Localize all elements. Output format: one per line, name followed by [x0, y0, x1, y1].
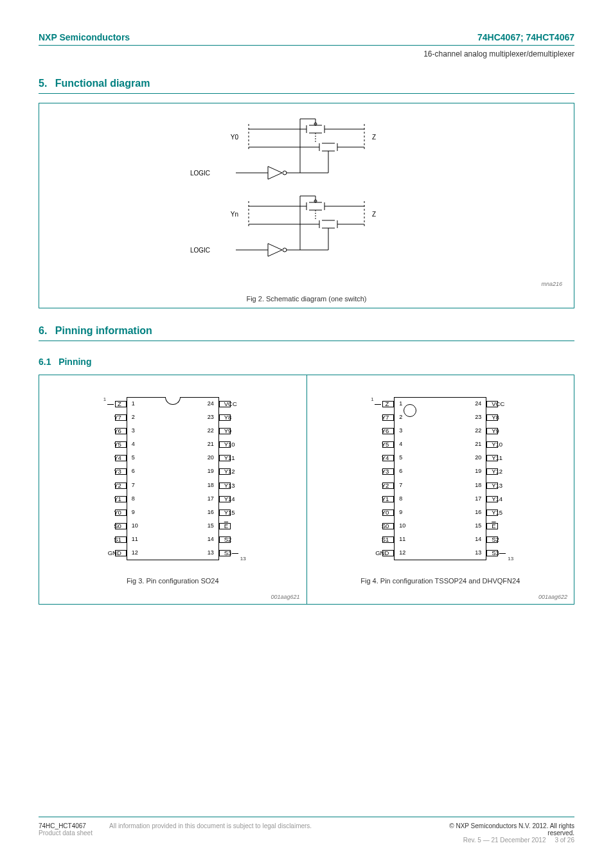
figure-4-caption: Fig 4. Pin configuration TSSOP24 and DHV…	[307, 577, 574, 585]
label-logic-top: LOGIC	[190, 170, 210, 177]
figure-4-label: Fig 4.	[360, 577, 378, 585]
footer-right: © NXP Semiconductors N.V. 2012. All righ…	[433, 822, 574, 844]
pin-label: Y8	[224, 414, 263, 421]
figure-4-caption-text: Pin configuration TSSOP24 and DHVQFN24	[380, 577, 520, 585]
pin-label: Y11	[492, 454, 530, 461]
pin-number: 17	[475, 495, 481, 502]
figure-3-caption: Fig 3. Pin configuration SO24	[39, 577, 306, 585]
footer-doc-id: 74HC_HCT4067	[39, 822, 109, 829]
footer-ds-line: Product data sheet	[39, 829, 109, 837]
pin-label: Y9	[224, 427, 263, 434]
pin-label: Y3	[350, 468, 389, 475]
pin-13-marker: 13	[240, 556, 246, 562]
pin-1-tick	[107, 404, 114, 405]
pin-label: Y7	[83, 414, 121, 421]
pin-number: 2	[399, 414, 402, 420]
section-6-heading: 6. Pinning information	[39, 325, 574, 341]
pin-label: S0	[350, 522, 389, 529]
pin-1-tick	[375, 404, 381, 405]
pin-number: 23	[208, 414, 214, 420]
pin-label: Y15	[492, 509, 530, 516]
pin-number: 13	[208, 549, 214, 556]
section-5-title: Functional diagram	[55, 78, 150, 89]
pin-number: 14	[475, 536, 481, 542]
pin-number: 3	[399, 427, 402, 434]
pin-label: S0	[83, 522, 121, 529]
pin-label: S1	[83, 536, 121, 543]
pin-number: 8	[399, 495, 402, 502]
pin-number: 16	[475, 509, 481, 515]
subsection-6-1-title: Pinning	[58, 357, 91, 367]
chip-pin1-dot-icon	[404, 404, 416, 417]
footer-rev: Rev. 5 — 21 December 2012	[463, 837, 546, 844]
chip-body-tssop	[394, 397, 486, 560]
pin-label: S2	[224, 536, 263, 543]
pin-number: 19	[208, 468, 214, 474]
pin-label: Y0	[350, 509, 389, 516]
pin-label: Y10	[224, 441, 263, 448]
pin-label: Y9	[492, 427, 530, 434]
footer-copyright: © NXP Semiconductors N.V. 2012. All righ…	[433, 822, 574, 837]
pin-number: 8	[132, 495, 135, 502]
label-y0: Y0	[231, 134, 239, 141]
subsection-6-1-heading: 6.1 Pinning	[39, 357, 574, 367]
pin-label: Y1	[350, 495, 389, 502]
pin-label: Y11	[224, 454, 263, 461]
svg-point-43	[283, 248, 287, 252]
pin-label: GND	[83, 549, 121, 556]
label-yn: Yn	[231, 211, 238, 218]
pin-label: VCC	[492, 400, 530, 407]
pin-number: 1	[399, 400, 402, 407]
pin-number: 20	[208, 454, 214, 461]
pin-label: Y10	[492, 441, 530, 448]
footer-left: 74HC_HCT4067 Product data sheet	[39, 822, 109, 844]
figure-4-box: 124ZVCC223Y7Y8322Y6Y9421Y5Y10520Y4Y11619…	[307, 375, 575, 605]
pin-number: 15	[208, 522, 214, 529]
svg-point-19	[283, 171, 287, 175]
pin-label: Y14	[492, 495, 530, 502]
section-5-number: 5.	[39, 78, 47, 89]
pin-number: 12	[132, 549, 138, 556]
pin-13-marker: 13	[508, 556, 513, 562]
pin-label: Z	[83, 400, 121, 407]
pin-label: Y13	[492, 482, 530, 489]
pin-number: 22	[208, 427, 214, 434]
pin-label: Y4	[83, 454, 121, 461]
pin-number: 12	[399, 549, 405, 556]
label-z-bottom: Z	[372, 211, 376, 218]
pin-label: Z	[350, 400, 389, 407]
pin-label: Y0	[83, 509, 121, 516]
label-z-top: Z	[372, 134, 376, 141]
pin-number: 20	[475, 454, 481, 461]
figure-2-box: Y0 Z LOGIC Yn Z LOGIC mna216 Fig 2. Sche…	[39, 103, 574, 308]
pin-number: 7	[399, 482, 402, 488]
section-6-number: 6.	[39, 325, 47, 336]
pin-label: Y3	[83, 468, 121, 475]
pin-label: Y1	[83, 495, 121, 502]
figure-3-box: 124ZVCC223Y7Y8322Y6Y9421Y5Y10520Y4Y11619…	[39, 375, 307, 605]
chip-body-so24	[127, 397, 219, 560]
pin-number: 22	[475, 427, 481, 434]
pin-number: 18	[475, 482, 481, 488]
section-6-title: Pinning information	[55, 325, 152, 336]
pin-label: S1	[350, 536, 389, 543]
pin-number: 5	[132, 454, 135, 461]
pin-label: GND	[350, 549, 389, 556]
section-5-heading: 5. Functional diagram	[39, 78, 574, 94]
page-container: NXP Semiconductors 74HC4067; 74HCT4067 1…	[0, 0, 613, 624]
page-footer: 74HC_HCT4067 Product data sheet All info…	[39, 817, 574, 844]
pin-label: Y5	[83, 441, 121, 448]
pin-number: 9	[399, 509, 402, 515]
pin-number: 6	[132, 468, 135, 474]
page-header: NXP Semiconductors 74HC4067; 74HCT4067	[39, 32, 574, 46]
figure-2-caption-text: Schematic diagram (one switch)	[266, 295, 367, 303]
pin-number: 17	[208, 495, 214, 502]
pin-number: 21	[208, 441, 214, 447]
pin-label: Y7	[350, 414, 389, 421]
pin-label: Y12	[492, 468, 530, 475]
pin-number: 15	[475, 522, 481, 529]
pin-label: E	[224, 522, 263, 529]
footer-rev-page: Rev. 5 — 21 December 2012 3 of 26	[433, 837, 574, 844]
pin-1-marker: 1	[371, 396, 373, 402]
pin-label: E	[492, 522, 530, 529]
